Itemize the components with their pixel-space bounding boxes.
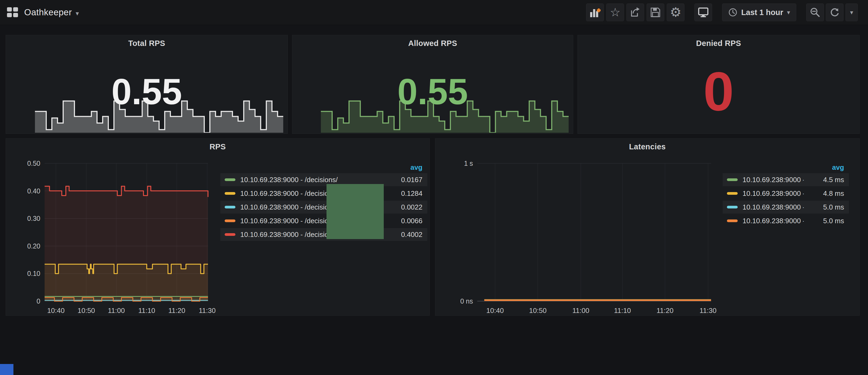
legend-row[interactable]: 10.10.69.238:9000 - p954.8 ms <box>723 187 849 200</box>
series-fill <box>44 298 208 301</box>
series-color-swatch[interactable] <box>727 219 738 222</box>
chevron-down-icon: ▾ <box>787 9 790 16</box>
save-icon <box>650 6 661 18</box>
y-axis-tick-label: 0 ns <box>460 298 473 305</box>
panel-latencies-graph: Latencies 1 s0 ns10:4010:5011:0011:1011:… <box>435 138 860 316</box>
dashboard-settings-button[interactable]: ⚙ <box>667 3 684 21</box>
legend-row[interactable]: 10.10.69.238:9000 - p995.0 ms <box>723 201 849 214</box>
panel-allowed-rps: Allowed RPS 0.55 <box>292 35 573 134</box>
time-range-label: Last 1 hour <box>741 8 783 17</box>
gear-icon: ⚙ <box>670 6 682 19</box>
legend-row[interactable]: 10.10.69.238:9000 - /decisions/0.1284 <box>220 187 427 200</box>
star-icon: ☆ <box>610 6 620 18</box>
refresh-interval-dropdown[interactable]: ▾ <box>845 3 858 21</box>
series-label[interactable]: 10.10.69.238:9000 - p100 <box>743 217 804 225</box>
zoom-out-button[interactable] <box>806 3 824 21</box>
grafana-dashboard: Oathkeeper ▾ ☆ <box>0 0 868 375</box>
series-color-swatch[interactable] <box>727 192 738 195</box>
y-axis-tick-label: 1 s <box>464 160 473 167</box>
series-color-swatch[interactable] <box>225 192 236 195</box>
clock-icon <box>728 8 737 17</box>
panel-total-rps: Total RPS 0.55 <box>6 35 288 134</box>
x-axis-tick-label: 11:20 <box>168 307 185 315</box>
x-axis-tick-label: 10:40 <box>47 307 64 315</box>
x-axis-tick-label: 11:10 <box>138 307 155 315</box>
dashboard-title: Oathkeeper <box>24 7 72 18</box>
cycle-view-mode-button[interactable] <box>694 3 712 21</box>
legend-row[interactable]: 10.10.69.238:9000 - p1005.0 ms <box>723 214 849 227</box>
legend-avg-header[interactable]: avg <box>832 163 844 171</box>
legend-row[interactable]: 10.10.69.238:9000 - /decisions/0.0066 <box>220 214 427 227</box>
x-axis-tick-label: 10:50 <box>78 307 95 315</box>
legend-row[interactable]: 10.10.69.238:9000 - /decisions/0.0167 <box>220 173 427 186</box>
time-range-picker[interactable]: Last 1 hour ▾ <box>722 3 796 21</box>
allowed-rps-value: 0.55 <box>292 73 573 110</box>
dashboard-title-dropdown[interactable]: Oathkeeper ▾ <box>7 7 79 18</box>
series-avg-value: 4.5 ms <box>804 176 849 184</box>
x-axis-tick-label: 11:00 <box>572 307 589 315</box>
legend-avg-header[interactable]: avg <box>410 163 423 171</box>
x-axis-tick-label: 11:30 <box>700 307 716 315</box>
y-axis-tick-label: 0.50 <box>27 160 40 167</box>
add-panel-icon <box>589 7 600 18</box>
series-color-swatch[interactable] <box>727 206 738 209</box>
series-avg-value: 5.0 ms <box>804 217 849 225</box>
chevron-down-icon: ▾ <box>75 10 79 17</box>
y-axis-tick-label: 0.40 <box>27 187 40 195</box>
legend-row[interactable]: 10.10.69.238:9000 - p904.5 ms <box>723 173 849 186</box>
y-axis-tick-label: 0.20 <box>27 242 40 250</box>
x-axis-tick-label: 11:00 <box>108 307 125 315</box>
latencies-legend: avg10.10.69.238:9000 - p904.5 ms10.10.69… <box>723 161 849 228</box>
y-axis-tick-label: 0.10 <box>27 270 40 277</box>
series-color-swatch[interactable] <box>727 178 738 181</box>
dashboard-header: Oathkeeper ▾ ☆ <box>0 0 868 25</box>
y-axis-tick-label: 0 <box>36 298 40 305</box>
series-avg-value: 0.0167 <box>369 176 427 184</box>
dashboards-grid-icon <box>7 7 18 18</box>
share-dashboard-button[interactable] <box>626 3 644 21</box>
series-label[interactable]: 10.10.69.238:9000 - /decisions/ <box>240 176 369 184</box>
denied-rps-value: 0 <box>578 64 859 119</box>
x-axis-tick-label: 11:10 <box>614 307 631 315</box>
series-color-swatch[interactable] <box>225 206 236 209</box>
series-avg-value: 5.0 ms <box>804 203 849 211</box>
x-axis-tick-label: 10:40 <box>487 307 504 315</box>
star-dashboard-button[interactable]: ☆ <box>606 3 624 21</box>
bottom-left-blue-box <box>0 364 13 375</box>
series-color-swatch[interactable] <box>225 233 236 236</box>
series-color-swatch[interactable] <box>225 219 236 222</box>
refresh-icon <box>829 7 840 18</box>
legend-row[interactable]: 10.10.69.238:9000 - /decisions/0.4002 <box>220 228 427 241</box>
panel-title[interactable]: Total RPS <box>6 39 287 48</box>
series-color-swatch[interactable] <box>225 178 236 181</box>
series-fill <box>44 264 208 301</box>
share-icon <box>629 6 641 18</box>
x-axis-tick-label: 11:20 <box>656 307 674 315</box>
add-panel-button[interactable] <box>586 3 604 21</box>
series-label[interactable]: 10.10.69.238:9000 - p90 <box>743 176 804 184</box>
y-axis-tick-label: 0.30 <box>27 215 40 222</box>
zoom-out-icon <box>809 6 821 18</box>
panel-rps-graph: RPS 0.500.400.300.200.10010:4010:5011:00… <box>6 138 430 316</box>
refresh-button[interactable] <box>826 3 843 21</box>
legend-row[interactable]: 10.10.69.238:9000 - /decisions/0.0022 <box>220 201 427 214</box>
green-overlay-box <box>327 184 384 239</box>
series-label[interactable]: 10.10.69.238:9000 - p95 <box>743 189 804 198</box>
panel-denied-rps: Denied RPS 0 <box>578 35 860 134</box>
total-rps-value: 0.55 <box>6 73 287 110</box>
panel-title[interactable]: Allowed RPS <box>292 39 573 48</box>
chevron-down-icon: ▾ <box>850 9 853 16</box>
series-label[interactable]: 10.10.69.238:9000 - p99 <box>743 203 804 211</box>
series-avg-value: 4.8 ms <box>804 189 849 198</box>
save-dashboard-button[interactable] <box>647 3 664 21</box>
x-axis-tick-label: 10:50 <box>529 307 547 315</box>
toolbar: ☆ ⚙ <box>586 3 858 21</box>
x-axis-tick-label: 11:30 <box>198 307 216 315</box>
rps-legend: avg10.10.69.238:9000 - /decisions/0.0167… <box>220 161 427 242</box>
monitor-icon <box>698 6 709 18</box>
panel-title[interactable]: Denied RPS <box>578 39 859 48</box>
